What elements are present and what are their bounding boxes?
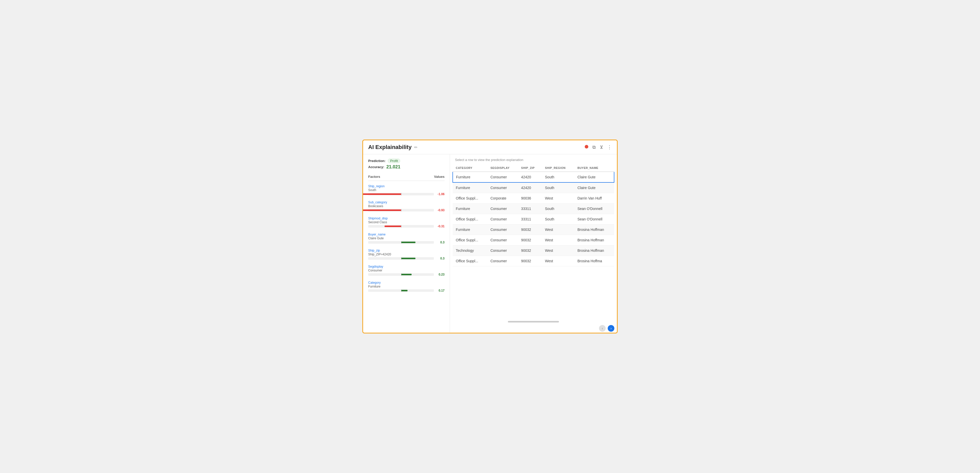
positive-bar <box>401 241 416 243</box>
table-cell: Furniture <box>453 203 487 214</box>
table-cell: South <box>542 183 574 193</box>
table-cell: Consumer <box>487 235 518 245</box>
factor-name: Category <box>368 281 445 284</box>
table-cell: Consumer <box>487 172 518 183</box>
table-cell: West <box>542 256 574 267</box>
table-cell: Office Suppl... <box>453 256 487 267</box>
factor-number: 0.3 <box>435 257 445 260</box>
table-cell: Consumer <box>487 214 518 224</box>
scroll-indicator <box>450 319 617 324</box>
factor-name: Sub_category <box>368 200 445 204</box>
values-heading: Values <box>434 175 445 179</box>
accuracy-label: Accuracy: <box>368 165 384 169</box>
table-cell: West <box>542 224 574 235</box>
factor-number: -0.31 <box>435 224 445 228</box>
table-row[interactable]: TechnologyConsumer90032WestBrosina Hoffm… <box>453 245 614 256</box>
column-header[interactable]: SEGDISPLAY <box>487 164 518 172</box>
negative-bar <box>363 210 401 211</box>
bar-container <box>368 257 434 260</box>
factors-heading: Factors <box>368 175 380 179</box>
more-options-icon[interactable]: ⋮ <box>607 144 612 150</box>
next-page-button[interactable]: › <box>608 325 614 332</box>
main-content: Prediction: Profit Accuracy: 21.021 Fact… <box>363 154 617 333</box>
factor-row: Ship_regionSouth-1.06 <box>368 184 445 196</box>
table-cell: Brosina Hoffman <box>574 224 614 235</box>
table-row[interactable]: FurnitureConsumer90032WestBrosina Hoffma… <box>453 224 614 235</box>
table-cell: South <box>542 203 574 214</box>
prediction-value-badge: Profit <box>388 159 400 163</box>
table-cell: Sean O'Donnell <box>574 203 614 214</box>
factor-number: -0.93 <box>435 208 445 212</box>
table-row[interactable]: Office Suppl...Corporate90036WestDarrin … <box>453 193 614 203</box>
table-cell: 33311 <box>518 203 542 214</box>
factor-bar-row: -1.06 <box>368 192 445 196</box>
column-header[interactable]: SHIP_REGION <box>542 164 574 172</box>
table-cell: Office Suppl... <box>453 193 487 203</box>
table-cell: 42420 <box>518 183 542 193</box>
data-table-wrapper[interactable]: CATEGORYSEGDISPLAYSHIP_ZIPSHIP_REGIONBUY… <box>450 164 617 319</box>
page-title: AI Explainability <box>368 144 412 151</box>
bar-container <box>368 241 434 244</box>
table-cell: 33311 <box>518 214 542 224</box>
table-cell: West <box>542 245 574 256</box>
accuracy-value: 21.021 <box>386 164 400 170</box>
table-cell: 90032 <box>518 235 542 245</box>
edit-icon[interactable]: ✏ <box>414 145 417 150</box>
factor-value-text: Claire Gute <box>368 236 445 240</box>
factor-value-text: Furniture <box>368 285 445 288</box>
factor-row: Shipmod_dispSecond Class-0.31 <box>368 217 445 228</box>
table-cell: 90032 <box>518 245 542 256</box>
prediction-label: Prediction: <box>368 159 385 163</box>
table-body: FurnitureConsumer42420SouthClaire GuteFu… <box>453 172 614 267</box>
filter-icon[interactable]: ⊻ <box>600 144 603 150</box>
table-nav: ‹ › <box>450 324 617 333</box>
right-panel-instruction: Select a row to view the prediction expl… <box>450 154 617 164</box>
table-cell: Corporate <box>487 193 518 203</box>
table-cell: Sean O'Donnell <box>574 214 614 224</box>
positive-bar <box>401 258 416 259</box>
table-cell: 90032 <box>518 224 542 235</box>
factor-row: Buyer_nameClaire Gute0.3 <box>368 233 445 244</box>
factor-number: 0.3 <box>435 241 445 244</box>
negative-bar <box>385 225 401 227</box>
positive-bar <box>401 274 412 275</box>
factor-value-text: Ship_ZIP=42420 <box>368 252 445 256</box>
accuracy-row: Accuracy: 21.021 <box>368 164 445 170</box>
factor-name: Buyer_name <box>368 233 445 236</box>
table-cell: 90036 <box>518 193 542 203</box>
factor-value-text: Bookcases <box>368 204 445 208</box>
factor-row: CategoryFurniture0.17 <box>368 281 445 292</box>
table-cell: Darrin Van Huff <box>574 193 614 203</box>
header-left: AI Explainability ✏ <box>368 144 417 151</box>
table-cell: Consumer <box>487 224 518 235</box>
table-header: CATEGORYSEGDISPLAYSHIP_ZIPSHIP_REGIONBUY… <box>453 164 614 172</box>
table-row[interactable]: Office Suppl...Consumer33311SouthSean O'… <box>453 214 614 224</box>
header: AI Explainability ✏ ⧉ ⊻ ⋮ <box>363 140 617 154</box>
factor-row: Ship_zipShip_ZIP=424200.3 <box>368 249 445 260</box>
left-panel: Prediction: Profit Accuracy: 21.021 Fact… <box>363 154 450 333</box>
factor-value-text: Consumer <box>368 269 445 272</box>
table-cell: West <box>542 193 574 203</box>
factor-row: Sub_categoryBookcases-0.93 <box>368 200 445 212</box>
record-dot-icon <box>585 145 588 149</box>
factor-value-text: South <box>368 188 445 192</box>
table-cell: Brosina Hoffma <box>574 256 614 267</box>
table-row[interactable]: FurnitureConsumer42420SouthClaire Gute <box>453 183 614 193</box>
table-row[interactable]: Office Suppl...Consumer90032WestBrosina … <box>453 235 614 245</box>
table-cell: Claire Gute <box>574 172 614 183</box>
record-button[interactable] <box>585 145 588 149</box>
table-row[interactable]: FurnitureConsumer42420SouthClaire Gute <box>453 172 614 183</box>
prev-page-button[interactable]: ‹ <box>599 325 606 332</box>
table-row[interactable]: FurnitureConsumer33311SouthSean O'Donnel… <box>453 203 614 214</box>
table-cell: Furniture <box>453 172 487 183</box>
column-header[interactable]: SHIP_ZIP <box>518 164 542 172</box>
table-row[interactable]: Office Suppl...Consumer90032WestBrosina … <box>453 256 614 267</box>
copy-icon[interactable]: ⧉ <box>592 144 596 150</box>
table-cell: Consumer <box>487 203 518 214</box>
factor-bar-row: -0.93 <box>368 208 445 212</box>
factor-name: Ship_zip <box>368 249 445 252</box>
column-header[interactable]: BUYER_NAME <box>574 164 614 172</box>
factor-row: SegdisplayConsumer0.23 <box>368 265 445 276</box>
main-window: AI Explainability ✏ ⧉ ⊻ ⋮ Prediction: Pr… <box>362 140 618 333</box>
column-header[interactable]: CATEGORY <box>453 164 487 172</box>
